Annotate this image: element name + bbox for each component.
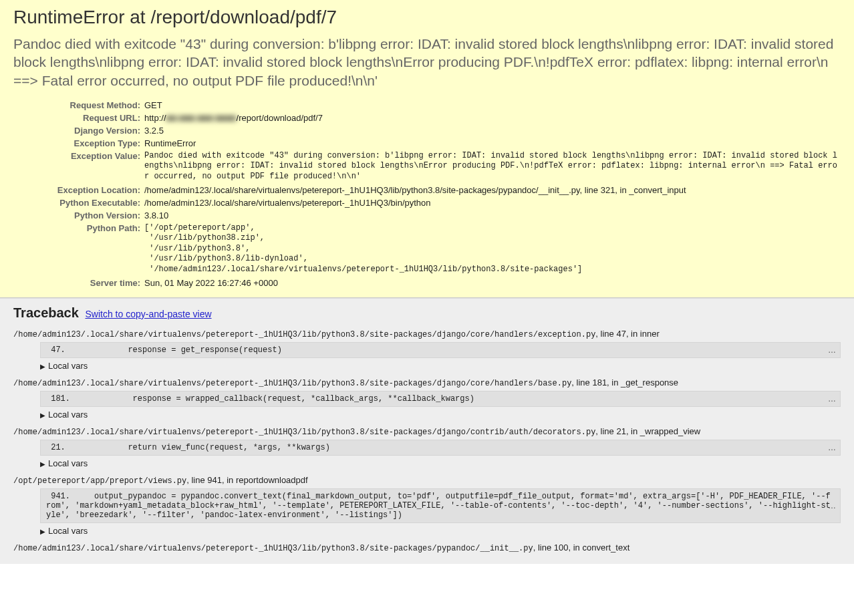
- traceback-frame: /opt/petereport/app/preport/views.py, li…: [13, 475, 841, 536]
- exception-message: Pandoc died with exitcode "43" during co…: [13, 35, 841, 90]
- meta-label-exception-value: Exception Value:: [13, 150, 144, 184]
- traceback-section: Traceback Switch to copy-and-paste view …: [0, 298, 854, 564]
- page-title: RuntimeError at /report/download/pdf/7: [13, 7, 841, 28]
- code-context[interactable]: 181. response = wrapped_callback(request…: [40, 391, 841, 407]
- code-context[interactable]: 21. return view_func(request, *args, **k…: [40, 440, 841, 456]
- local-vars-label: Local vars: [48, 526, 88, 536]
- frame-path: /home/admin123/.local/share/virtualenvs/…: [13, 330, 595, 339]
- code-context[interactable]: 47. response = get_response(request)…: [40, 342, 841, 358]
- meta-label-server-time: Server time:: [13, 277, 144, 289]
- meta-label-request-method: Request Method:: [13, 99, 144, 112]
- error-summary-header: RuntimeError at /report/download/pdf/7 P…: [0, 0, 854, 298]
- frame-line-info: , line 47, in inner: [595, 329, 659, 339]
- meta-label-python-version: Python Version:: [13, 209, 144, 222]
- triangle-right-icon: ▶: [40, 363, 45, 370]
- frame-location: /home/admin123/.local/share/virtualenvs/…: [13, 543, 841, 553]
- traceback-frame: /home/admin123/.local/share/virtualenvs/…: [13, 329, 841, 371]
- meta-value-exception-type: RuntimeError: [144, 137, 841, 150]
- local-vars-toggle[interactable]: ▶Local vars: [40, 361, 841, 371]
- meta-label-exception-location: Exception Location:: [13, 184, 144, 196]
- local-vars-toggle[interactable]: ▶Local vars: [40, 458, 841, 468]
- meta-value-python-path: ['/opt/petereport/app', '/usr/lib/python…: [144, 223, 841, 275]
- meta-value-python-version: 3.8.10: [144, 209, 841, 222]
- frame-path: /opt/petereport/app/preport/views.py: [13, 476, 186, 486]
- request-meta-table: Request Method: GET Request URL: http://…: [13, 99, 841, 289]
- meta-label-request-url: Request URL:: [13, 112, 144, 124]
- frame-line-info: , line 941, in reportdownloadpdf: [186, 475, 307, 485]
- code-context[interactable]: 941. output_pypandoc = pypandoc.convert_…: [40, 488, 841, 523]
- frame-path: /home/admin123/.local/share/virtualenvs/…: [13, 544, 533, 553]
- frame-location: /home/admin123/.local/share/virtualenvs/…: [13, 329, 841, 339]
- frame-path: /home/admin123/.local/share/virtualenvs/…: [13, 379, 571, 388]
- frame-path: /home/admin123/.local/share/virtualenvs/…: [13, 428, 595, 437]
- local-vars-toggle[interactable]: ▶Local vars: [40, 526, 841, 536]
- meta-label-python-executable: Python Executable:: [13, 196, 144, 209]
- redacted-host: ■■.■■■.■■■:■■■■: [166, 113, 237, 123]
- error-path: /report/download/pdf/7: [150, 7, 337, 27]
- meta-value-exception-location: /home/admin123/.local/share/virtualenvs/…: [144, 184, 841, 196]
- traceback-heading: Traceback: [13, 305, 79, 320]
- frame-location: /home/admin123/.local/share/virtualenvs/…: [13, 426, 841, 437]
- ellipsis-icon: …: [828, 345, 836, 355]
- meta-value-django-version: 3.2.5: [144, 124, 841, 137]
- traceback-frame: /home/admin123/.local/share/virtualenvs/…: [13, 377, 841, 420]
- meta-label-python-path: Python Path:: [13, 222, 144, 277]
- meta-value-request-method: GET: [144, 99, 841, 112]
- meta-value-request-url: http://■■.■■■.■■■:■■■■/report/download/p…: [144, 112, 841, 124]
- frame-line-info: , line 21, in _wrapped_view: [595, 426, 700, 436]
- meta-value-server-time: Sun, 01 May 2022 16:27:46 +0000: [144, 277, 841, 289]
- local-vars-toggle[interactable]: ▶Local vars: [40, 410, 841, 420]
- local-vars-label: Local vars: [48, 458, 88, 468]
- local-vars-label: Local vars: [48, 410, 88, 420]
- meta-label-django-version: Django Version:: [13, 124, 144, 137]
- ellipsis-icon: …: [828, 443, 836, 452]
- frame-line-info: , line 181, in _get_response: [571, 377, 678, 388]
- frame-location: /home/admin123/.local/share/virtualenvs/…: [13, 377, 841, 388]
- triangle-right-icon: ▶: [40, 528, 45, 535]
- traceback-frame: /home/admin123/.local/share/virtualenvs/…: [13, 426, 841, 468]
- frame-line-info: , line 100, in convert_text: [533, 543, 630, 553]
- triangle-right-icon: ▶: [40, 460, 45, 468]
- traceback-frame: /home/admin123/.local/share/virtualenvs/…: [13, 543, 841, 553]
- meta-label-exception-type: Exception Type:: [13, 137, 144, 150]
- triangle-right-icon: ▶: [40, 412, 45, 419]
- frame-location: /opt/petereport/app/preport/views.py, li…: [13, 475, 841, 486]
- local-vars-label: Local vars: [48, 361, 88, 371]
- meta-value-python-executable: /home/admin123/.local/share/virtualenvs/…: [144, 196, 841, 209]
- error-type-label: RuntimeError at: [13, 7, 150, 27]
- meta-value-exception-value: Pandoc died with exitcode "43" during co…: [144, 151, 841, 182]
- ellipsis-icon: …: [828, 501, 836, 510]
- switch-view-link[interactable]: Switch to copy-and-paste view: [85, 309, 211, 319]
- ellipsis-icon: …: [828, 394, 836, 404]
